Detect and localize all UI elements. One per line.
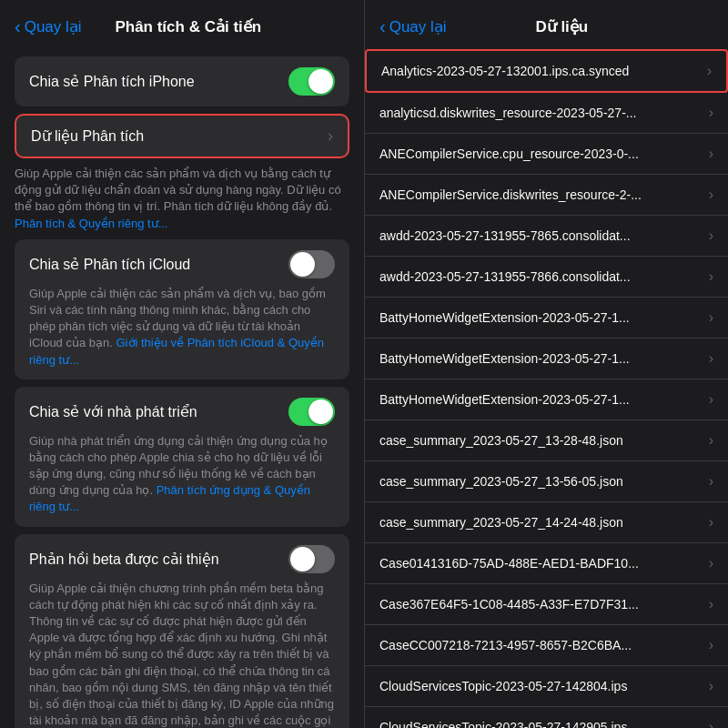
right-back-button[interactable]: ‹ Quay lại [379,17,447,36]
list-item-text: ANECompilerService.cpu_resource-2023-0-.… [379,147,702,161]
right-list: Analytics-2023-05-27-132001.ips.ca.synce… [365,49,728,728]
list-item[interactable]: awdd-2023-05-27-131955-7865.consolidat..… [365,216,728,257]
list-item-chevron-icon: › [709,514,713,531]
developer-share-row: Chia sẻ với nhà phát triển [29,398,335,426]
list-item-text: analyticsd.diskwrites_resource-2023-05-2… [379,106,702,120]
list-item-chevron-icon: › [709,309,713,326]
icloud-analytics-row: Chia sẻ Phân tích iCloud [29,250,335,278]
list-item[interactable]: analyticsd.diskwrites_resource-2023-05-2… [365,93,728,134]
iphone-analytics-toggle-thumb [308,69,333,94]
list-item-chevron-icon: › [707,63,712,79]
iphone-analytics-toggle[interactable] [288,67,335,96]
beta-feedback-card: Phản hồi beta được cải thiện Giúp Apple … [15,534,349,728]
list-item[interactable]: BattyHomeWidgetExtension-2023-05-27-1...… [365,379,728,420]
left-back-button[interactable]: ‹ Quay lại [15,17,82,36]
icloud-analytics-label: Chia sẻ Phân tích iCloud [29,256,190,273]
list-item-chevron-icon: › [709,637,713,653]
left-title: Phân tích & Cải tiến [82,17,295,36]
left-content: Chia sẻ Phân tích iPhone Dữ liệu Phân tí… [0,49,364,728]
list-item[interactable]: BattyHomeWidgetExtension-2023-05-27-1...… [365,339,728,379]
iphone-analytics-row: Chia sẻ Phân tích iPhone [29,67,335,96]
beta-feedback-row: Phản hồi beta được cải thiện [29,545,335,573]
list-item-chevron-icon: › [709,146,713,162]
list-item-chevron-icon: › [709,391,713,408]
left-header: ‹ Quay lại Phân tích & Cải tiến [0,0,364,49]
list-item[interactable]: awdd-2023-05-27-131955-7866.consolidat..… [365,257,728,298]
list-item-text: awdd-2023-05-27-131955-7866.consolidat..… [379,269,702,284]
iphone-analytics-label: Chia sẻ Phân tích iPhone [29,73,195,90]
right-back-chevron-icon: ‹ [379,17,386,35]
analytics-data-desc: Giúp Apple cải thiện các sản phẩm và dịc… [15,166,349,232]
developer-share-card: Chia sẻ với nhà phát triển Giúp nhà phát… [15,387,349,527]
analytics-data-chevron-icon: › [328,126,333,146]
list-item[interactable]: Case0141316D-75AD-488E-AED1-BADF10...› [365,543,728,584]
list-item-text: BattyHomeWidgetExtension-2023-05-27-1... [379,392,702,407]
left-back-chevron-icon: ‹ [15,17,21,35]
right-back-label: Quay lại [389,17,447,36]
list-item[interactable]: case_summary_2023-05-27_13-28-48.json› [365,420,728,461]
list-item[interactable]: BattyHomeWidgetExtension-2023-05-27-1...… [365,298,728,339]
beta-feedback-toggle[interactable] [288,545,335,573]
beta-feedback-label: Phản hồi beta được cải thiện [29,551,219,568]
list-item[interactable]: case_summary_2023-05-27_14-24-48.json› [365,502,728,543]
list-item-chevron-icon: › [709,187,713,203]
iphone-analytics-card: Chia sẻ Phân tích iPhone [15,56,349,106]
analytics-privacy-link[interactable]: Phân tích & Quyền riêng tư... [15,217,167,230]
right-panel: ‹ Quay lại Dữ liệu Analytics-2023-05-27-… [364,0,728,728]
list-item[interactable]: Case367E64F5-1C08-4485-A33F-E7D7F31...› [365,584,728,625]
developer-share-desc: Giúp nhà phát triển ứng dụng cải thiện ứ… [29,433,335,516]
list-item-chevron-icon: › [709,596,713,612]
developer-share-toggle[interactable] [288,398,335,426]
list-item-chevron-icon: › [709,473,713,490]
list-item[interactable]: ANECompilerService.diskwrites_resource-2… [365,175,728,216]
list-item-chevron-icon: › [709,678,713,694]
list-item-chevron-icon: › [709,555,713,571]
analytics-data-card: Dữ liệu Phân tích › [15,114,349,158]
list-item-text: awdd-2023-05-27-131955-7865.consolidat..… [379,228,702,243]
list-item[interactable]: Analytics-2023-05-27-132001.ips.ca.synce… [365,49,728,93]
list-item[interactable]: CloudServicesTopic-2023-05-27-142905.ips… [365,707,728,728]
list-item-text: BattyHomeWidgetExtension-2023-05-27-1... [379,310,702,325]
list-item-text: Case367E64F5-1C08-4485-A33F-E7D7F31... [379,597,702,612]
list-item-text: Analytics-2023-05-27-132001.ips.ca.synce… [381,64,700,78]
left-back-label: Quay lại [25,17,82,36]
list-item[interactable]: CloudServicesTopic-2023-05-27-142804.ips… [365,666,728,707]
list-item-text: CloudServicesTopic-2023-05-27-142804.ips [379,679,702,693]
list-item-text: case_summary_2023-05-27_13-56-05.json [379,474,702,489]
list-item-text: CaseCC007218-7213-4957-8657-B2C6BA... [379,638,702,652]
beta-feedback-desc: Giúp Apple cải thiện chương trình phần m… [29,581,335,728]
icloud-analytics-card: Chia sẻ Phân tích iCloud Giúp Apple cải … [15,239,349,379]
developer-share-toggle-thumb [308,399,333,424]
list-item-text: case_summary_2023-05-27_13-28-48.json [379,433,702,448]
left-panel: ‹ Quay lại Phân tích & Cải tiến Chia sẻ … [0,0,364,728]
list-item-text: case_summary_2023-05-27_14-24-48.json [379,515,702,530]
list-item[interactable]: ANECompilerService.cpu_resource-2023-0-.… [365,134,728,175]
analytics-data-row[interactable]: Dữ liệu Phân tích › [15,114,349,158]
right-header: ‹ Quay lại Dữ liệu [365,0,728,49]
list-item[interactable]: CaseCC007218-7213-4957-8657-B2C6BA...› [365,625,728,666]
list-item-chevron-icon: › [709,432,713,449]
developer-share-label: Chia sẻ với nhà phát triển [29,403,197,420]
list-item[interactable]: case_summary_2023-05-27_13-56-05.json› [365,461,728,502]
list-item-chevron-icon: › [709,105,713,121]
list-item-chevron-icon: › [709,268,713,285]
list-item-text: ANECompilerService.diskwrites_resource-2… [379,187,702,202]
list-item-chevron-icon: › [709,719,713,728]
list-item-chevron-icon: › [709,350,713,367]
beta-feedback-toggle-thumb [290,547,315,571]
icloud-analytics-desc: Giúp Apple cải thiện các sản phẩm và dịc… [29,286,335,369]
analytics-data-label: Dữ liệu Phân tích [31,127,144,145]
list-item-text: CloudServicesTopic-2023-05-27-142905.ips [379,720,702,728]
list-item-chevron-icon: › [709,228,713,244]
right-title: Dữ liệu [447,17,677,36]
icloud-analytics-toggle-thumb [290,252,315,277]
list-item-text: BattyHomeWidgetExtension-2023-05-27-1... [379,351,702,366]
list-item-text: Case0141316D-75AD-488E-AED1-BADF10... [379,556,702,571]
icloud-analytics-toggle[interactable] [288,250,335,278]
